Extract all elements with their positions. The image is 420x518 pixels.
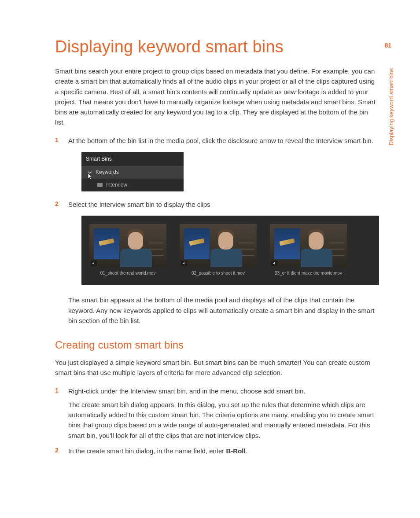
step-number: 2 <box>55 199 59 209</box>
keywords-label: Keywords <box>96 168 119 176</box>
clip-thumbnail[interactable]: 03_or it didnt make the movie.mov <box>270 224 347 277</box>
clip-thumbnail[interactable]: 01_shoot the real world.mov <box>89 224 166 277</box>
audio-icon <box>91 261 97 266</box>
audio-icon <box>271 261 277 266</box>
clip-filename: 01_shoot the real world.mov <box>89 270 166 277</box>
smart-bins-header: Smart Bins <box>81 152 184 166</box>
clip-image <box>89 224 166 267</box>
page-number: 81 <box>384 42 391 49</box>
smart-bins-panel: Smart Bins Keywords Interview <box>81 152 184 191</box>
clip-filename: 02_possible to shoot it.mov <box>180 270 257 277</box>
clip-thumbnail[interactable]: 02_possible to shoot it.mov <box>180 224 257 277</box>
smart-bins-interview-row[interactable]: Interview <box>81 179 184 191</box>
step-number: 1 <box>55 136 59 145</box>
sub-step-2: 2 In the create smart bin dialog, in the… <box>55 446 378 456</box>
step-text: In the create smart bin dialog, in the n… <box>68 447 247 455</box>
clip-image <box>270 224 347 267</box>
clip-thumbnail-strip: 01_shoot the real world.mov 02_possible … <box>81 216 379 286</box>
step-number: 1 <box>55 386 59 396</box>
interview-label: Interview <box>106 181 127 189</box>
result-paragraph: The smart bin appears at the bottom of t… <box>68 295 378 326</box>
sub-step-1: 1 Right-click under the Interview smart … <box>55 386 378 441</box>
step-2: 2 Select the interview smart bin to disp… <box>55 199 378 326</box>
step-text: At the bottom of the bin list in the med… <box>68 137 373 144</box>
smart-bin-icon <box>97 183 103 187</box>
step-1: 1 At the bottom of the bin list in the m… <box>55 136 378 191</box>
section-running-head: Displaying keyword smart bins <box>388 68 394 146</box>
audio-icon <box>181 261 187 266</box>
subsection-intro: You just displayed a simple keyword smar… <box>55 357 378 378</box>
step-number: 2 <box>55 446 59 456</box>
intro-paragraph: Smart bins search your entire project to… <box>55 66 378 128</box>
clip-image <box>180 224 257 267</box>
step-explanation: The create smart bin dialog appears. In … <box>68 400 378 441</box>
clip-filename: 03_or it didnt make the movie.mov <box>270 270 347 277</box>
smart-bins-keywords-row[interactable]: Keywords <box>81 166 184 179</box>
page-title: Displaying keyword smart bins <box>55 37 378 56</box>
step-text: Right-click under the Interview smart bi… <box>68 387 306 395</box>
subsection-title: Creating custom smart bins <box>55 339 378 351</box>
step-text: Select the interview smart bin to displa… <box>68 201 210 208</box>
